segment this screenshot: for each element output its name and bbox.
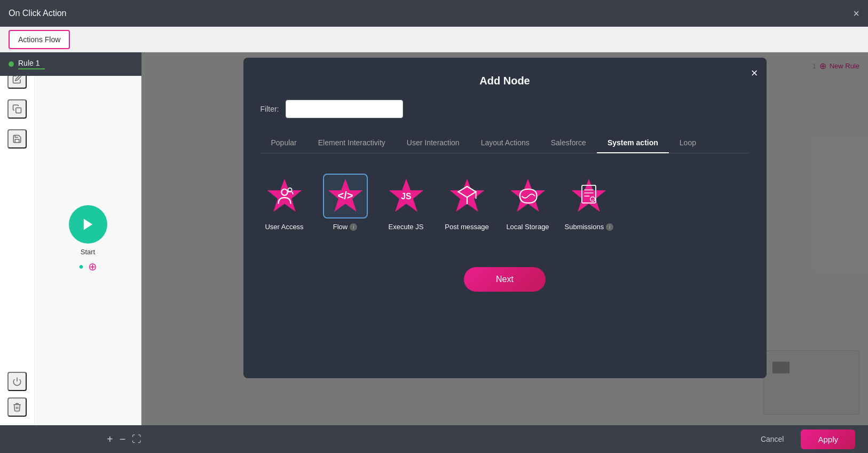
rule-status-dot [9,61,14,67]
modal-overlay: × Add Node Filter: Popular Element Inter… [141,52,868,425]
next-button[interactable]: Next [464,267,546,292]
rule-title: Rule 1 [18,59,45,67]
submissions-info-dot[interactable]: i [606,223,613,231]
node-execute-js[interactable]: JS Execute JS [382,175,430,231]
node-local-storage[interactable]: Local Storage [504,175,552,231]
node-flow-icon: </> [324,175,367,217]
filter-row: Filter: [261,100,749,118]
left-sidebar: Start ● ⊕ [0,52,141,425]
copy-icon-button[interactable] [7,99,27,119]
node-flow[interactable]: </> Flow i [321,175,369,231]
node-post-message[interactable]: Post message [443,175,491,231]
apply-button[interactable]: Apply [801,429,855,449]
svg-marker-2 [83,218,92,230]
filter-input[interactable] [286,100,403,118]
node-execute-js-icon: JS [385,175,428,217]
start-node-controls: ● ⊕ [78,260,97,273]
node-user-access-icon [263,175,306,217]
tab-system-action[interactable]: System action [597,133,669,153]
node-execute-js-label: Execute JS [389,223,424,231]
next-button-wrap: Next [261,267,749,292]
trash-icon-button[interactable] [7,397,27,417]
start-node: Start ● ⊕ [69,205,107,273]
svg-text:JS: JS [401,192,411,201]
svg-text:✓: ✓ [591,198,594,201]
rule-header: Rule 1 [0,52,141,76]
save-icon-button[interactable] [7,129,27,149]
tab-layout-actions[interactable]: Layout Actions [470,133,540,153]
node-local-storage-icon [507,175,549,217]
svg-marker-10 [449,179,484,212]
modal-title: Add Node [261,75,749,87]
top-bar: On Click Action × [0,0,868,27]
modal-close-button[interactable]: × [751,66,758,80]
node-status-icon: ● [78,262,84,271]
sidebar-icon-panel [0,52,35,425]
node-tabs: Popular Element Interactivity User Inter… [261,133,749,153]
flow-info-dot[interactable]: i [350,223,357,231]
tab-element-interactivity[interactable]: Element Interactivity [307,133,396,153]
zoom-out-button[interactable]: − [120,433,126,446]
node-post-message-label: Post message [445,223,488,231]
svg-rect-0 [16,108,21,113]
start-node-button[interactable] [69,205,107,244]
dialog-title: On Click Action [9,9,66,18]
bottom-bar: + − ⛶ Cancel Apply [0,425,868,453]
actions-flow-tab[interactable]: Actions Flow [9,30,70,49]
svg-marker-15 [572,179,606,212]
node-user-access-label: User Access [265,223,303,231]
filter-label: Filter: [261,105,279,113]
power-icon-button[interactable] [7,372,27,391]
svg-text:</>: </> [337,190,353,201]
start-node-label: Start [81,248,95,256]
add-node-plus-icon[interactable]: ⊕ [88,260,97,273]
tab-popular[interactable]: Popular [261,133,307,153]
tab-bar: Actions Flow [0,27,868,52]
node-flow-label: Flow i [333,223,357,231]
fit-screen-button[interactable]: ⛶ [132,434,141,445]
top-bar-close-button[interactable]: × [853,7,859,20]
sidebar-icons-bottom [7,372,27,425]
node-submissions-icon: ✓ [567,175,610,217]
node-grid: User Access </> Flow i [261,170,749,235]
tab-user-interaction[interactable]: User Interaction [396,133,470,153]
node-submissions[interactable]: ✓ Submissions i [565,175,614,231]
node-post-message-icon [446,175,488,217]
svg-marker-14 [510,179,545,212]
node-local-storage-label: Local Storage [506,223,549,231]
tab-salesforce[interactable]: Salesforce [540,133,597,153]
tab-loop[interactable]: Loop [669,133,707,153]
rule-underline [18,68,45,69]
node-submissions-label: Submissions i [565,223,614,231]
zoom-in-button[interactable]: + [107,433,113,446]
node-user-access[interactable]: User Access [261,175,309,231]
add-node-modal: × Add Node Filter: Popular Element Inter… [243,58,767,378]
cancel-button[interactable]: Cancel [752,431,793,448]
sidebar-canvas: Start ● ⊕ [35,52,141,425]
